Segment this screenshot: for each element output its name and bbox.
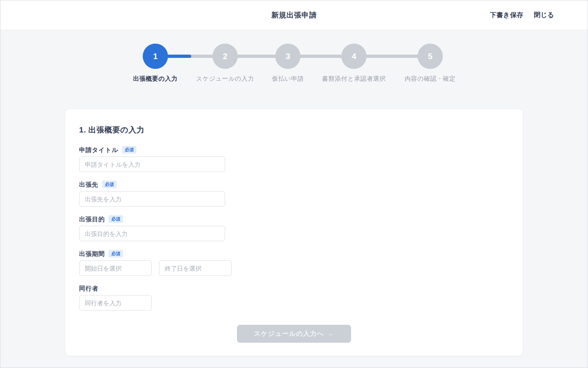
required-badge: 必須 — [122, 146, 137, 154]
step-5-circle: 5 — [418, 44, 443, 69]
step-1-circle: 1 — [143, 44, 168, 69]
destination-input[interactable] — [79, 191, 225, 207]
required-badge: 必須 — [102, 181, 117, 188]
end-date-input[interactable] — [159, 260, 232, 276]
trip-purpose-label: 出張目的 — [79, 215, 105, 223]
step-3-circle: 3 — [275, 44, 301, 69]
header-actions: 下書き保存 閉じる — [490, 11, 588, 20]
application-title-label: 申請タイトル — [79, 145, 118, 154]
required-badge: 必須 — [108, 215, 123, 223]
new-trip-application-window: 新規出張申請 下書き保存 閉じる 1 出張概要の入力 2 スケジュールの入力 3… — [0, 0, 588, 368]
trip-period-label: 出張期間 — [79, 249, 105, 258]
header: 新規出張申請 下書き保存 閉じる — [0, 0, 588, 30]
field-destination: 出張先 必須 — [79, 180, 509, 207]
save-draft-button[interactable]: 下書き保存 — [490, 11, 523, 20]
application-title-input[interactable] — [79, 156, 225, 172]
step-5-label: 内容の確認・確定 — [385, 75, 475, 83]
field-application-title: 申請タイトル 必須 — [79, 145, 509, 172]
progress-stepper: 1 出張概要の入力 2 スケジュールの入力 3 仮払い申請 4 書類添付と承認者… — [0, 30, 588, 109]
field-trip-period: 出張期間 必須 — [79, 249, 509, 276]
companions-input[interactable] — [79, 295, 152, 311]
close-button[interactable]: 閉じる — [534, 11, 554, 20]
companions-label: 同行者 — [79, 284, 98, 293]
next-step-button-label: スケジュールの入力へ — [254, 330, 324, 338]
start-date-input[interactable] — [79, 260, 152, 276]
field-trip-purpose: 出張目的 必須 — [79, 215, 509, 241]
step-4-circle: 4 — [341, 44, 367, 69]
trip-summary-form-card: 1. 出張概要の入力 申請タイトル 必須 出張先 必須 出張目的 必須 — [65, 109, 523, 356]
required-badge: 必須 — [108, 250, 123, 258]
next-step-button[interactable]: スケジュールの入力へ → — [237, 325, 351, 343]
stepper-step-5-confirm: 5 内容の確認・確定 — [385, 44, 475, 83]
arrow-right-icon: → — [327, 330, 334, 337]
field-companions: 同行者 — [79, 284, 509, 311]
trip-purpose-input[interactable] — [79, 226, 225, 241]
main-content: 1. 出張概要の入力 申請タイトル 必須 出張先 必須 出張目的 必須 — [0, 109, 588, 356]
step-2-circle: 2 — [212, 44, 238, 69]
form-section-title: 1. 出張概要の入力 — [79, 125, 509, 135]
destination-label: 出張先 — [79, 180, 98, 189]
